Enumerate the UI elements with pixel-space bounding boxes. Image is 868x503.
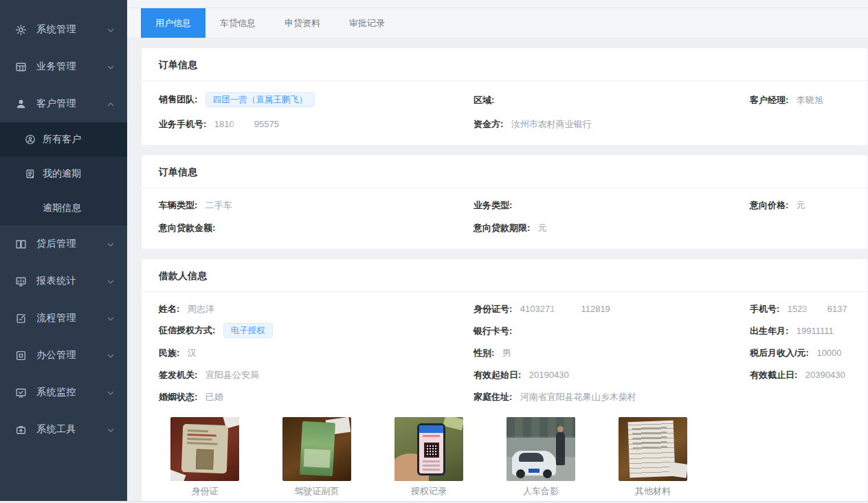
- field-vehicle-type: 车辆类型: 二手车: [159, 199, 474, 212]
- field-row: 签发机关: 宜阳县公安局 有效起始日: 20190430 有效截止日: 2039…: [142, 364, 867, 385]
- photo-person-with-car[interactable]: [507, 417, 575, 481]
- sidebar-item-postloan-mgmt[interactable]: 贷后管理: [0, 225, 127, 262]
- field-label: 业务手机号:: [159, 119, 206, 129]
- field-label: 意向贷款期限:: [474, 223, 530, 233]
- photo-phone-qr-code[interactable]: [394, 417, 463, 481]
- field-birth-date: 出生年月: 19911111: [750, 324, 850, 337]
- borrower-info-card: 借款人信息 姓名: 周志洋 身份证号: 4103271112819 手机号: 1…: [141, 258, 868, 503]
- sidebar-item-system-monitor[interactable]: 系统监控: [0, 374, 127, 411]
- field-label: 性别:: [474, 348, 494, 358]
- sidebar-item-all-customers[interactable]: 所有客户: [0, 122, 127, 157]
- sidebar-item-label: 办公管理: [36, 349, 107, 361]
- field-value: 已婚: [205, 392, 223, 402]
- sidebar-item-system-tools[interactable]: 系统工具: [0, 411, 127, 448]
- field-label: 车辆类型:: [159, 200, 197, 210]
- field-label: 客户经理:: [750, 95, 788, 105]
- field-region: 区域:: [474, 93, 750, 107]
- redaction-overlay: [235, 119, 254, 129]
- field-home-address: 家庭住址: 河南省宜阳县花果山乡木柴村: [474, 390, 750, 403]
- photo-handwritten-document[interactable]: [619, 417, 687, 481]
- nested-square-icon: [15, 350, 27, 361]
- field-label: 家庭住址:: [474, 392, 512, 402]
- field-label: 资金方:: [474, 119, 503, 129]
- photo-caption: 身份证: [170, 485, 239, 496]
- gear-icon: [15, 24, 27, 36]
- field-label: 业务类型:: [474, 200, 512, 210]
- field-monthly-income: 税后月收入/元: 10000: [750, 346, 850, 359]
- sidebar-item-my-overdue[interactable]: 我的逾期: [0, 157, 127, 191]
- field-intent-loan-amount: 意向贷款金额:: [159, 221, 474, 234]
- sidebar-item-report-stats[interactable]: 报表统计: [0, 262, 127, 300]
- field-gender: 性别: 男: [474, 346, 750, 359]
- field-row: 车辆类型: 二手车 业务类型: 意向价格: 元: [142, 194, 867, 216]
- sidebar-item-label: 系统管理: [36, 23, 107, 36]
- field-label: 意向贷款金额:: [159, 223, 215, 233]
- top-strip: [127, 0, 868, 8]
- sidebar-item-process-mgmt[interactable]: 流程管理: [0, 300, 127, 337]
- field-label: 征信授权方式:: [159, 325, 215, 335]
- photo-caption: 其他材料: [619, 485, 687, 496]
- id-prefix: 4103271: [520, 304, 555, 314]
- field-bank-card: 银行卡号:: [474, 324, 750, 337]
- sidebar-item-office-mgmt[interactable]: 办公管理: [0, 337, 127, 374]
- grid-icon: [15, 61, 27, 73]
- field-id-number: 身份证号: 4103271112819: [474, 302, 750, 315]
- mobile-prefix: 1523: [788, 304, 808, 314]
- field-value: 15236137: [788, 304, 847, 314]
- order-info-card-1: 订单信息 销售团队: 四团一营（直属王鹏飞） 区域: 客户经理: 李晓旭 业务手: [141, 47, 868, 146]
- photo-green-booklet[interactable]: [282, 417, 351, 481]
- tab-user-info[interactable]: 用户信息: [141, 8, 205, 38]
- chevron-down-icon: [107, 314, 115, 322]
- sidebar-item-label: 贷后管理: [36, 238, 107, 250]
- main-content: 用户信息 车贷信息 申贷资料 审批记录 订单信息 销售团队: 四团一营（直属王鹏…: [127, 0, 868, 503]
- sidebar-item-business-mgmt[interactable]: 业务管理: [0, 48, 127, 85]
- field-value: 4103271112819: [520, 304, 610, 314]
- field-account-manager: 客户经理: 李晓旭: [750, 93, 850, 107]
- tab-loan-application-docs[interactable]: 申贷资料: [270, 8, 335, 38]
- borrower-photos: 身份证 驾驶证副页: [142, 407, 867, 496]
- sales-team-tag: 四团一营（直属王鹏飞）: [205, 92, 315, 108]
- field-credit-auth-method: 征信授权方式: 电子授权: [159, 323, 474, 339]
- sidebar-item-label: 业务管理: [36, 60, 107, 73]
- chevron-down-icon: [107, 351, 115, 359]
- tab-car-loan-info[interactable]: 车贷信息: [205, 8, 270, 38]
- peoples-icon: [25, 134, 36, 145]
- field-value: 元: [538, 223, 547, 233]
- field-label: 身份证号:: [474, 304, 512, 314]
- field-row: 销售团队: 四团一营（直属王鹏飞） 区域: 客户经理: 李晓旭: [142, 87, 867, 113]
- sidebar-item-system-mgmt[interactable]: 系统管理: [0, 11, 127, 48]
- tab-bar: 用户信息 车贷信息 申贷资料 审批记录: [127, 8, 868, 38]
- field-label: 销售团队:: [159, 94, 197, 104]
- sidebar-item-label: 系统工具: [36, 423, 107, 436]
- documentation-icon: [25, 168, 36, 179]
- field-value: 181095575: [214, 119, 279, 129]
- sidebar-item-label: 系统监控: [36, 386, 107, 399]
- sidebar-item-customer-mgmt[interactable]: 客户管理: [0, 85, 127, 122]
- field-row: 征信授权方式: 电子授权 银行卡号: 出生年月: 19911111: [142, 320, 867, 342]
- field-row: 业务手机号: 181095575 资金方: 汝州市农村商业银行: [142, 113, 867, 135]
- field-value: 19911111: [797, 326, 834, 336]
- field-value: 20390430: [805, 370, 845, 380]
- field-label: 签发机关:: [159, 370, 197, 380]
- tab-approval-records[interactable]: 审批记录: [335, 8, 399, 38]
- field-value: 周志洋: [188, 304, 214, 314]
- field-business-type: 业务类型:: [474, 199, 750, 212]
- field-funder: 资金方: 汝州市农村商业银行: [474, 118, 750, 131]
- field-mobile: 手机号: 15236137: [750, 302, 850, 315]
- field-issuing-authority: 签发机关: 宜阳县公安局: [159, 368, 474, 381]
- field-label: 出生年月:: [750, 326, 788, 336]
- photo-id-card[interactable]: [170, 417, 239, 481]
- chevron-down-icon: [107, 425, 115, 434]
- field-label: 税后月收入/元:: [750, 348, 809, 358]
- field-row: 民族: 汉 性别: 男 税后月收入/元: 10000: [142, 342, 867, 364]
- chevron-down-icon: [107, 63, 115, 71]
- sidebar-item-overdue-info[interactable]: 逾期信息: [0, 191, 127, 225]
- field-valid-to: 有效截止日: 20390430: [750, 368, 850, 381]
- field-business-phone: 业务手机号: 181095575: [159, 118, 474, 131]
- field-row: 婚姻状态: 已婚 家庭住址: 河南省宜阳县花果山乡木柴村: [142, 385, 867, 407]
- user-icon: [15, 98, 27, 110]
- photo-caption: 人车合影: [507, 485, 575, 496]
- field-value: 10000: [816, 348, 841, 358]
- field-sales-team: 销售团队: 四团一营（直属王鹏飞）: [159, 92, 474, 108]
- monitor-check-icon: [15, 387, 27, 399]
